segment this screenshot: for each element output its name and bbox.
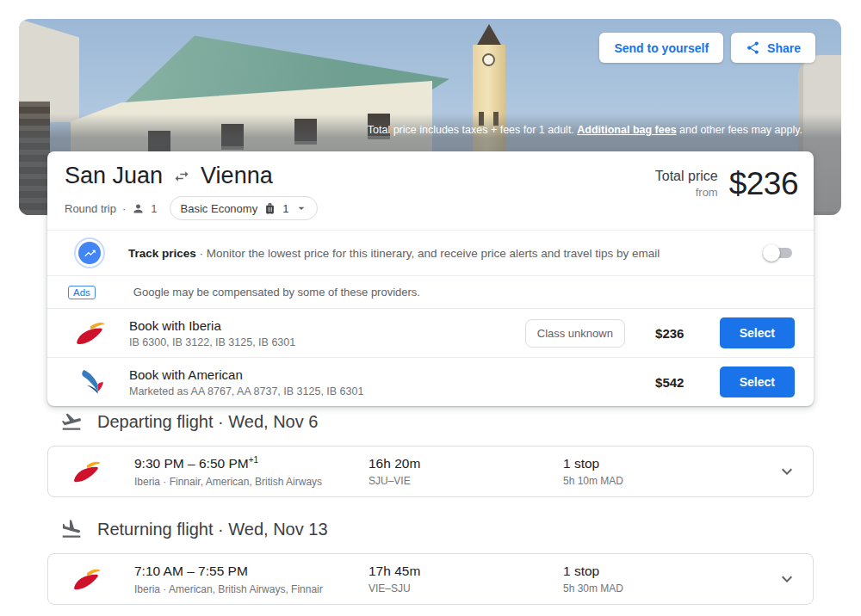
booking-option-iberia: Book with Iberia IB 6300, IB 3122, IB 31…	[47, 309, 814, 357]
from-label: from	[655, 186, 718, 200]
share-icon	[746, 40, 760, 55]
track-prices-icon	[74, 237, 105, 268]
flight-layover: 5h 30m MAD	[563, 582, 766, 594]
flight-duration: 16h 20m	[369, 456, 563, 471]
share-label: Share	[767, 41, 801, 55]
total-price-label: Total price	[655, 168, 718, 186]
flight-stops: 1 stop	[563, 564, 766, 579]
flight-layover: 5h 10m MAD	[563, 475, 766, 487]
flight-stops: 1 stop	[563, 456, 766, 471]
flight-times: 9:30 PM – 6:50 PM+1	[134, 455, 369, 471]
booking-price: $236	[639, 326, 701, 341]
class-unknown-chip: Class unknown	[525, 319, 625, 348]
additional-bag-fees-link[interactable]: Additional bag fees	[577, 124, 676, 136]
flight-land-icon	[60, 518, 83, 540]
total-price-value: $236	[729, 166, 798, 202]
send-to-yourself-button[interactable]: Send to yourself	[599, 33, 723, 63]
booking-option-american: Book with American Marketed as AA 8767, …	[47, 358, 814, 406]
ads-disclosure-text: Google may be compensated by some of the…	[133, 286, 420, 299]
disclaimer-text: Total price includes taxes + fees for 1 …	[368, 124, 578, 136]
booking-title: Book with American	[129, 367, 363, 382]
origin-city: San Juan	[65, 163, 163, 189]
bag-icon	[263, 202, 276, 215]
trip-type-label: Round trip	[65, 202, 116, 215]
iberia-logo-icon	[71, 564, 103, 594]
chevron-down-icon	[777, 569, 797, 589]
returning-flight-card[interactable]: 7:10 AM – 7:55 PM Iberia · American, Bri…	[47, 553, 814, 605]
booking-title: Book with Iberia	[129, 318, 295, 333]
tower-clock	[482, 53, 495, 66]
toggle-knob	[763, 244, 780, 262]
flight-route: VIE–SJU	[369, 582, 563, 594]
departing-flight-heading: Departing flight · Wed, Nov 6	[60, 410, 318, 433]
bag-count: 1	[282, 202, 288, 215]
returning-flight-heading: Returning flight · Wed, Nov 13	[60, 518, 328, 540]
iberia-logo-icon	[71, 457, 103, 486]
flights-booking-page: Send to yourself Share Total price inclu…	[0, 0, 861, 616]
route-title: San Juan Vienna	[65, 163, 318, 189]
chevron-down-icon	[777, 461, 797, 482]
dot-separator: ·	[122, 202, 126, 215]
passenger-icon	[132, 202, 145, 215]
itinerary-summary-card: San Juan Vienna Round trip · 1 Basic Eco…	[47, 151, 814, 406]
booking-flight-numbers: Marketed as AA 8767, AA 8737, IB 3125, I…	[129, 385, 363, 397]
returning-heading-text: Returning flight · Wed, Nov 13	[97, 520, 328, 539]
destination-city: Vienna	[201, 163, 273, 189]
ads-badge: Ads	[68, 286, 96, 299]
booking-flight-numbers: IB 6300, IB 3122, IB 3125, IB 6301	[129, 336, 295, 348]
passenger-count: 1	[151, 202, 157, 215]
send-to-yourself-label: Send to yourself	[614, 41, 709, 55]
flight-airlines: Iberia · Finnair, American, British Airw…	[134, 476, 369, 488]
hero-actions: Send to yourself Share	[599, 33, 815, 63]
flight-airlines: Iberia · American, British Airways, Finn…	[134, 583, 369, 595]
departing-flight-card[interactable]: 9:30 PM – 6:50 PM+1 Iberia · Finnair, Am…	[47, 446, 814, 497]
iberia-logo-icon	[74, 318, 107, 348]
cabin-class-label: Basic Economy	[181, 202, 258, 215]
total-price-block: Total price from $236	[655, 163, 798, 202]
caret-down-icon	[294, 201, 308, 215]
track-prices-separator: ·	[196, 247, 207, 260]
track-prices-toggle[interactable]	[763, 244, 795, 262]
flight-times: 7:10 AM – 7:55 PM	[134, 563, 369, 579]
booking-price: $542	[639, 375, 701, 390]
trip-details-row: Round trip · 1 Basic Economy 1	[65, 196, 318, 220]
expand-flight-button[interactable]	[766, 569, 797, 589]
plus-days-badge: +1	[249, 455, 258, 465]
select-iberia-button[interactable]: Select	[720, 317, 795, 348]
ads-row: Ads Google may be compensated by some of…	[47, 276, 814, 308]
american-airlines-logo-icon	[74, 367, 107, 397]
price-disclaimer: Total price includes taxes + fees for 1 …	[368, 124, 802, 136]
track-prices-title: Track prices	[128, 247, 196, 260]
share-button[interactable]: Share	[731, 33, 815, 63]
track-prices-description: Monitor the lowest price for this itiner…	[207, 247, 660, 260]
swap-horizontal-icon	[173, 168, 190, 185]
cabin-class-selector[interactable]: Basic Economy 1	[170, 196, 319, 220]
flight-duration: 17h 45m	[369, 564, 563, 579]
track-prices-text: Track prices · Monitor the lowest price …	[128, 247, 660, 260]
departing-heading-text: Departing flight · Wed, Nov 6	[97, 412, 318, 432]
flight-route: SJU–VIE	[369, 475, 563, 487]
flight-takeoff-icon	[60, 410, 83, 433]
disclaimer-suffix: and other fees may apply.	[677, 124, 802, 136]
tower-spire	[476, 24, 502, 46]
expand-flight-button[interactable]	[766, 461, 797, 482]
summary-header: San Juan Vienna Round trip · 1 Basic Eco…	[47, 151, 814, 230]
track-prices-row: Track prices · Monitor the lowest price …	[47, 231, 814, 275]
select-american-button[interactable]: Select	[720, 367, 795, 397]
